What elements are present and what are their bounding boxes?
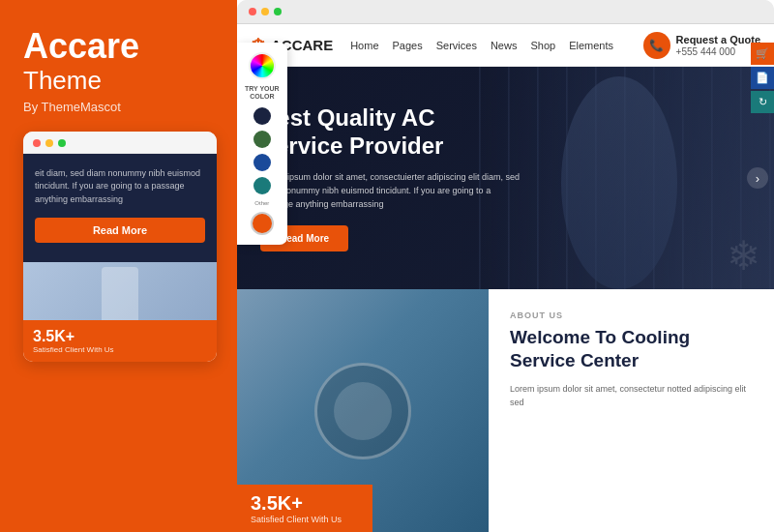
mobile-read-more-button[interactable]: Read More	[35, 218, 205, 243]
browser-chrome	[237, 0, 774, 24]
color-picker-title: TRY YOURCOLOR	[245, 85, 280, 102]
ac-stats-overlay: 3.5K+ Satisfied Client With Us	[237, 485, 372, 532]
browser-dot-green	[274, 8, 282, 15]
mobile-card-text: eit diam, sed diam nonummy nibh euismod …	[35, 167, 205, 207]
doc-icon-button[interactable]: 📄	[751, 67, 774, 89]
nav-cta-label: Request a Quote	[676, 33, 760, 46]
hero-text: Lorem ipsum dolor sit amet, consectuiert…	[260, 170, 523, 212]
color-swatch-teal[interactable]	[253, 177, 271, 194]
cart-icon-button[interactable]: 🛒	[751, 43, 774, 65]
browser-dots	[249, 8, 282, 15]
browser-dot-red	[249, 8, 256, 15]
nav-shop[interactable]: Shop	[530, 40, 555, 51]
about-title: Welcome To Cooling Service Center	[510, 326, 753, 372]
mobile-card-body: eit diam, sed diam nonummy nibh euismod …	[23, 154, 217, 263]
color-swatch-blue[interactable]	[253, 154, 271, 171]
about-label: ABOUT US	[510, 310, 753, 320]
nav-cta-details: Request a Quote +555 444 000	[676, 33, 760, 57]
nav-elements[interactable]: Elements	[569, 40, 613, 51]
color-wheel[interactable]	[249, 52, 276, 79]
tech-figure	[102, 267, 138, 320]
hero-section: ‹ Best Quality AC Service Provider Lorem…	[237, 67, 774, 289]
bottom-section: 3.5K+ Satisfied Client With Us ABOUT US …	[237, 289, 774, 532]
ac-unit-circle	[314, 363, 411, 459]
color-picker[interactable]: TRY YOURCOLOR Other	[237, 43, 287, 245]
color-swatch-dark[interactable]	[253, 107, 271, 125]
nav-links: Home Pages Services News Shop Elements	[350, 40, 642, 51]
mobile-stats-number: 3.5K+	[33, 328, 207, 345]
phone-icon: 📞	[643, 32, 670, 59]
mobile-stats: 3.5K+ Satisfied Client With Us	[23, 320, 217, 362]
nav-services[interactable]: Services	[436, 40, 477, 51]
by-text: By ThemeMascot	[23, 100, 121, 114]
ac-unit-card: 3.5K+ Satisfied Client With Us	[237, 289, 489, 532]
ac-stats-number: 3.5K+	[251, 492, 359, 515]
nav-pages[interactable]: Pages	[393, 40, 423, 51]
dot-green	[58, 139, 66, 147]
carousel-next-button[interactable]: ›	[747, 167, 768, 189]
brand-name: Accare	[23, 27, 139, 66]
brand-sub: Theme	[23, 66, 102, 96]
nav-cta[interactable]: 📞 Request a Quote +555 444 000	[643, 32, 760, 59]
right-panel: ❄ ACCARE Home Pages Services News Shop E…	[237, 0, 774, 532]
mobile-stats-label: Satisfied Client With Us	[33, 345, 207, 354]
dot-red	[33, 139, 41, 147]
hero-snowflake-watermark: ❄	[727, 232, 760, 280]
about-text: Lorem ipsum dolor sit amet, consectetur …	[510, 382, 753, 410]
other-label: Other	[254, 200, 269, 206]
color-active-swatch[interactable]	[251, 212, 274, 235]
color-swatch-green[interactable]	[253, 131, 271, 148]
nav-news[interactable]: News	[491, 40, 518, 51]
browser-dot-yellow	[261, 8, 269, 15]
mobile-preview-card: eit diam, sed diam nonummy nibh euismod …	[23, 132, 217, 363]
mobile-card-chrome	[23, 132, 217, 154]
nav-cta-phone: +555 444 000	[676, 46, 760, 57]
site-sidebar-right: 🛒 📄 ↻	[751, 43, 774, 113]
site-nav: ❄ ACCARE Home Pages Services News Shop E…	[237, 24, 774, 67]
ac-stats-label: Satisfied Client With Us	[251, 515, 359, 524]
about-section: ABOUT US Welcome To Cooling Service Cent…	[489, 289, 774, 532]
mobile-tech-image	[23, 262, 217, 320]
nav-home[interactable]: Home	[350, 40, 378, 51]
left-panel: Accare Theme By ThemeMascot eit diam, se…	[0, 0, 237, 532]
hero-title: Best Quality AC Service Provider	[260, 104, 523, 161]
dot-yellow	[45, 139, 53, 147]
refresh-icon-button[interactable]: ↻	[751, 91, 774, 113]
ac-unit-inner	[334, 382, 392, 440]
